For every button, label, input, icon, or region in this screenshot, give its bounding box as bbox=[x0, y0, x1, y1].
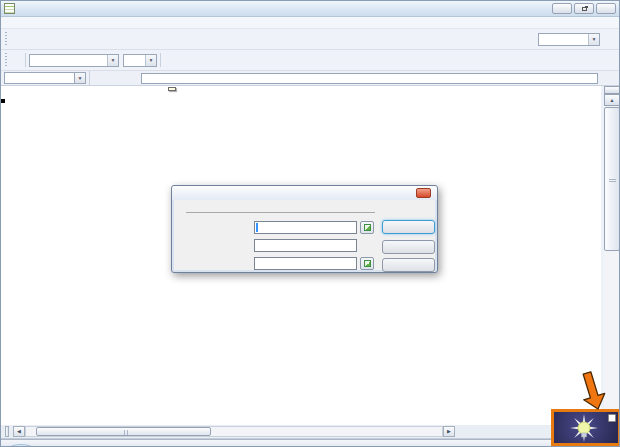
scroll-right-icon[interactable]: ▶ bbox=[443, 426, 455, 437]
target-cell-value bbox=[256, 223, 258, 232]
scroll-left-icon[interactable]: ◀ bbox=[13, 426, 25, 437]
font-size-combo[interactable]: ▼ bbox=[123, 54, 157, 67]
name-box-dropdown-icon[interactable]: ▼ bbox=[74, 72, 86, 84]
help-button[interactable] bbox=[382, 258, 435, 272]
formula-bar: ▼ bbox=[1, 71, 619, 86]
app-icon bbox=[4, 3, 15, 14]
find-combo[interactable]: ▼ bbox=[538, 33, 600, 46]
font-name-combo[interactable]: ▼ bbox=[29, 54, 119, 67]
function-icon[interactable] bbox=[121, 72, 135, 84]
split-box[interactable] bbox=[604, 86, 620, 94]
sum-icon[interactable] bbox=[107, 72, 121, 84]
agent-hide-icon[interactable] bbox=[608, 414, 616, 422]
horizontal-scrollbar[interactable] bbox=[25, 426, 443, 437]
goal-seek-dialog bbox=[171, 185, 438, 273]
variable-cell-shrink-button[interactable] bbox=[360, 257, 374, 270]
menu-bar bbox=[1, 17, 619, 29]
sheet-tab-bar: ◀ ▶ bbox=[1, 425, 619, 439]
toolbar-grip[interactable] bbox=[5, 32, 7, 46]
target-cell-input[interactable] bbox=[254, 221, 357, 234]
toolbar-overflow-icon[interactable] bbox=[609, 32, 617, 47]
formatting-toolbar: ▼ ▼ bbox=[1, 50, 619, 71]
variable-cell-input[interactable] bbox=[254, 257, 357, 270]
scroll-up-icon[interactable]: ▲ bbox=[604, 94, 620, 106]
target-value-input[interactable] bbox=[254, 239, 357, 252]
selected-cell-cursor bbox=[1, 99, 5, 103]
minimize-button[interactable] bbox=[552, 3, 572, 14]
dialog-title-bar[interactable] bbox=[172, 186, 437, 200]
annotation-arrow bbox=[574, 365, 610, 413]
default-settings-group bbox=[182, 212, 375, 213]
find-dropdown-icon[interactable]: ▼ bbox=[588, 34, 599, 45]
font-name-dropdown-icon[interactable]: ▼ bbox=[107, 55, 118, 66]
tab-splitter[interactable] bbox=[5, 426, 9, 437]
title-bar[interactable] bbox=[1, 1, 619, 17]
shrink-icon bbox=[364, 224, 371, 231]
shrink-icon bbox=[364, 260, 371, 267]
restore-icon bbox=[582, 7, 587, 11]
toolbar-grip[interactable] bbox=[5, 53, 7, 67]
standard-toolbar: ▼ bbox=[1, 29, 619, 50]
close-button[interactable] bbox=[596, 3, 616, 14]
horizontal-scrollbar-thumb[interactable] bbox=[36, 427, 211, 436]
formula-input-line[interactable] bbox=[141, 73, 598, 84]
ok-button[interactable] bbox=[382, 220, 435, 234]
target-cell-shrink-button[interactable] bbox=[360, 221, 374, 234]
status-ellipse bbox=[7, 444, 35, 447]
dialog-close-button[interactable] bbox=[416, 188, 431, 198]
help-agent-window[interactable] bbox=[551, 409, 620, 446]
input-line-tooltip bbox=[168, 87, 176, 91]
name-box[interactable] bbox=[4, 72, 74, 84]
status-bar bbox=[1, 439, 619, 447]
restore-button[interactable] bbox=[574, 3, 594, 14]
lightbulb-icon bbox=[570, 414, 598, 442]
cancel-button[interactable] bbox=[382, 240, 435, 254]
function-wizard-icon[interactable] bbox=[93, 72, 107, 84]
vertical-scrollbar-thumb[interactable] bbox=[604, 107, 620, 251]
font-size-dropdown-icon[interactable]: ▼ bbox=[145, 55, 156, 66]
styles-icon[interactable] bbox=[9, 53, 22, 68]
application-window: ▼ ▼ ▼ ▼ bbox=[0, 0, 620, 447]
